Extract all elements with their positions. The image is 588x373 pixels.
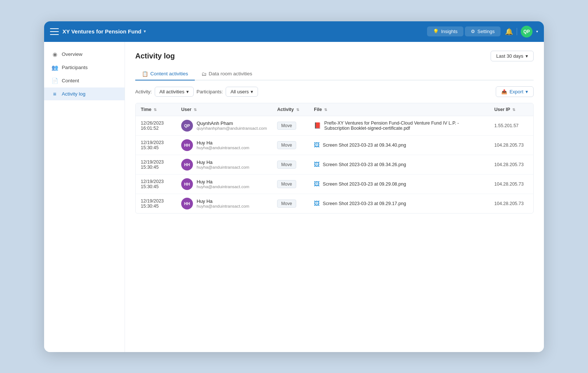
pdf-icon: 📕 xyxy=(314,122,321,129)
sidebar-item-participants[interactable]: 👥 Participants xyxy=(44,61,125,74)
activity-filter-value: All activities xyxy=(159,89,184,94)
user-email: huyha@anduintransact.com xyxy=(197,165,249,169)
table-row: 12/19/2023 15:30:45 HH Huy Ha huyha@andu… xyxy=(136,174,533,194)
user-info: Huy Ha huyha@anduintransact.com xyxy=(197,140,249,150)
export-icon: 📤 xyxy=(501,89,507,94)
participants-icon: 👥 xyxy=(51,64,58,71)
table-row: 12/26/2023 16:01:52 QP QuynhAnh Pham quy… xyxy=(136,116,533,135)
sidebar-item-content[interactable]: 📄 Content xyxy=(44,74,125,87)
user-avatar-button[interactable]: QP xyxy=(521,26,533,37)
activity-cell: Move xyxy=(272,155,309,174)
activity-badge: Move xyxy=(277,161,296,169)
date-filter-button[interactable]: Last 30 days ▾ xyxy=(491,51,534,61)
user-avatar: HH xyxy=(181,198,193,209)
export-button[interactable]: 📤 Export ▾ xyxy=(496,86,534,97)
table-header-row: Time ⇅ User ⇅ Activity ⇅ xyxy=(136,103,533,116)
activity-badge: Move xyxy=(277,141,296,149)
image-icon: 🖼 xyxy=(314,181,320,187)
divider xyxy=(517,28,517,35)
time-cell: 12/19/2023 15:30:45 xyxy=(136,194,176,213)
user-email: huyha@anduintransact.com xyxy=(197,184,249,189)
activity-cell: Move xyxy=(272,116,309,135)
time-value: 15:30:45 xyxy=(141,204,171,209)
workspace-name: XY Ventures for Pension Fund xyxy=(62,28,141,35)
col-header-file[interactable]: File ⇅ xyxy=(309,103,489,116)
tab-content-activities[interactable]: 📋 Content activities xyxy=(135,68,195,80)
content-activities-icon: 📋 xyxy=(142,71,148,77)
sidebar-item-overview[interactable]: ◉ Overview xyxy=(44,48,125,61)
file-cell: 🖼 Screen Shot 2023-03-23 at 09.34.26.png xyxy=(309,155,489,174)
date-value: 12/19/2023 xyxy=(141,140,171,145)
insights-label: Insights xyxy=(441,29,458,34)
main-header: Activity log Last 30 days ▾ xyxy=(135,51,534,61)
time-cell: 12/19/2023 15:30:45 xyxy=(136,174,176,194)
image-icon: 🖼 xyxy=(314,200,320,207)
ip-cell: 104.28.205.73 xyxy=(489,174,533,194)
col-header-time[interactable]: Time ⇅ xyxy=(136,103,176,116)
sidebar-item-activity-log[interactable]: ≡ Activity log xyxy=(44,87,125,100)
activity-badge: Move xyxy=(277,180,296,188)
sidebar: ◉ Overview 👥 Participants 📄 Content ≡ Ac… xyxy=(44,42,125,352)
table-scroll[interactable]: Time ⇅ User ⇅ Activity ⇅ xyxy=(136,103,533,213)
overview-icon: ◉ xyxy=(51,51,58,58)
time-cell: 12/19/2023 15:30:45 xyxy=(136,155,176,174)
file-name: Screen Shot 2023-03-23 at 09.34.40.png xyxy=(323,143,406,148)
file-cell: 📕 Prefix-XY Ventures for Pension Fund-Cl… xyxy=(309,116,489,135)
date-filter-label: Last 30 days xyxy=(496,53,523,59)
user-name: Huy Ha xyxy=(197,198,249,204)
topbar-center: 💡 Insights ⚙ Settings xyxy=(427,26,501,36)
participants-filter-label: Participants: xyxy=(197,89,223,94)
user-sort-icon: ⇅ xyxy=(194,108,197,112)
settings-label: Settings xyxy=(477,29,495,34)
participants-filter-value: All users xyxy=(230,89,249,94)
app-window: XY Ventures for Pension Fund ▾ 💡 Insight… xyxy=(44,21,544,352)
image-icon: 🖼 xyxy=(314,161,320,168)
body-layout: ◉ Overview 👥 Participants 📄 Content ≡ Ac… xyxy=(44,42,544,352)
col-header-user[interactable]: User ⇅ xyxy=(176,103,272,116)
time-cell: 12/19/2023 15:30:45 xyxy=(136,135,176,155)
table-row: 12/19/2023 15:30:45 HH Huy Ha huyha@andu… xyxy=(136,155,533,174)
settings-button[interactable]: ⚙ Settings xyxy=(465,26,501,36)
user-info: Huy Ha huyha@anduintransact.com xyxy=(197,179,249,189)
hamburger-icon[interactable] xyxy=(50,28,59,35)
user-cell: HH Huy Ha huyha@anduintransact.com xyxy=(176,174,272,194)
user-cell: HH Huy Ha huyha@anduintransact.com xyxy=(176,135,272,155)
ip-cell: 104.28.205.73 xyxy=(489,155,533,174)
file-name: Prefix-XY Ventures for Pension Fund-Clou… xyxy=(324,121,484,131)
col-header-user-ip[interactable]: User IP ⇅ xyxy=(489,103,533,116)
file-cell: 🖼 Screen Shot 2023-03-23 at 09.34.40.png xyxy=(309,135,489,155)
date-value: 12/26/2023 xyxy=(141,121,171,126)
user-info: Huy Ha huyha@anduintransact.com xyxy=(197,159,249,169)
topbar-title[interactable]: XY Ventures for Pension Fund ▾ xyxy=(62,28,146,35)
participants-filter-button[interactable]: All users ▾ xyxy=(226,87,258,97)
activity-filter-label: Activity: xyxy=(135,89,152,94)
user-info: Huy Ha huyha@anduintransact.com xyxy=(197,198,249,208)
activity-cell: Move xyxy=(272,194,309,213)
time-value: 15:30:45 xyxy=(141,145,171,150)
user-name: QuynhAnh Pham xyxy=(197,121,267,126)
insights-button[interactable]: 💡 Insights xyxy=(427,26,463,36)
user-info: QuynhAnh Pham quynhanhpham@anduintransac… xyxy=(197,121,267,130)
gear-icon: ⚙ xyxy=(471,29,475,34)
export-label: Export xyxy=(509,89,523,94)
user-cell: HH Huy Ha huyha@anduintransact.com xyxy=(176,155,272,174)
activity-table: Time ⇅ User ⇅ Activity ⇅ xyxy=(135,103,534,214)
ip-sort-icon: ⇅ xyxy=(512,108,515,112)
activity-filter-button[interactable]: All activities ▾ xyxy=(155,87,194,97)
topbar-left: XY Ventures for Pension Fund ▾ xyxy=(50,28,423,35)
file-name: Screen Shot 2023-03-23 at 09.29.17.png xyxy=(323,201,406,206)
table-row: 12/19/2023 15:30:45 HH Huy Ha huyha@andu… xyxy=(136,135,533,155)
user-dropdown-icon[interactable]: ▾ xyxy=(536,29,538,33)
tab-data-room-activities[interactable]: 🗂 Data room activities xyxy=(195,68,259,80)
time-sort-icon: ⇅ xyxy=(154,108,157,112)
filters-row: Activity: All activities ▾ Participants:… xyxy=(135,86,534,97)
col-header-activity[interactable]: Activity ⇅ xyxy=(272,103,309,116)
user-avatar: HH xyxy=(181,159,193,171)
table-row: 12/19/2023 15:30:45 HH Huy Ha huyha@andu… xyxy=(136,194,533,213)
participants-filter-chevron-icon: ▾ xyxy=(251,89,253,94)
notifications-icon[interactable]: 🔔 xyxy=(505,28,513,36)
time-value: 15:30:45 xyxy=(141,165,171,170)
sidebar-label-participants: Participants xyxy=(62,65,88,70)
topbar-right: 🔔 QP ▾ xyxy=(505,26,538,37)
user-cell: QP QuynhAnh Pham quynhanhpham@anduintran… xyxy=(176,116,272,135)
